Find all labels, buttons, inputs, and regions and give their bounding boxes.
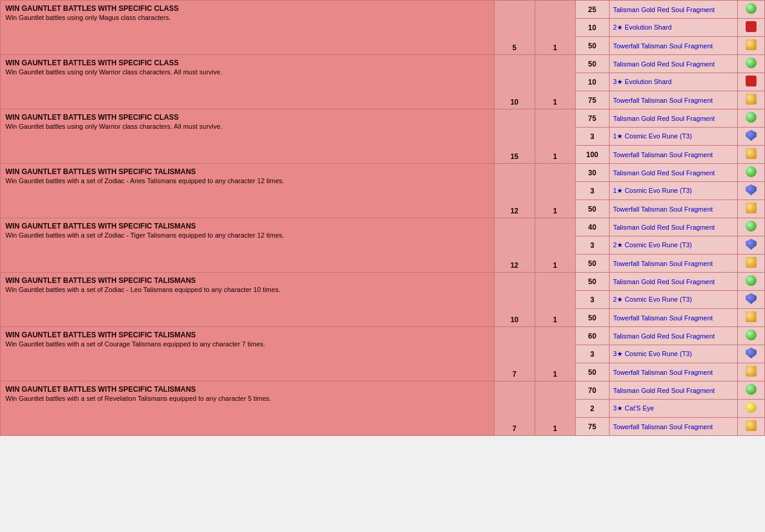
reward-icon <box>738 255 765 273</box>
table-row: WIN GAUNTLET BATTLES WITH SPECIFIC TALIS… <box>1 273 765 291</box>
reward-name: Talisman Gold Red Soul Fragment <box>609 1 738 19</box>
reward-qty: 50 <box>575 200 609 218</box>
reward-name: 3★ Evolution Shard <box>609 73 738 91</box>
table-row: WIN GAUNTLET BATTLES WITH SPECIFIC TALIS… <box>1 164 765 182</box>
reward-name: Towerfall Talisman Soul Fragment <box>609 200 738 218</box>
quest-cell: WIN GAUNTLET BATTLES WITH SPECIFIC TALIS… <box>1 164 495 218</box>
reward-name: Towerfall Talisman Soul Fragment <box>609 309 738 327</box>
quest-title: WIN GAUNTLET BATTLES WITH SPECIFIC TALIS… <box>5 222 489 230</box>
reward-icon <box>738 273 765 291</box>
green-gem-icon <box>746 166 757 177</box>
reward-name: Towerfall Talisman Soul Fragment <box>609 255 738 273</box>
reward-icon <box>738 400 765 418</box>
table-row: WIN GAUNTLET BATTLES WITH SPECIFIC TALIS… <box>1 218 765 236</box>
reward-qty: 50 <box>575 309 609 327</box>
battles-cell: 7 <box>494 327 535 381</box>
reward-name: Towerfall Talisman Soul Fragment <box>609 37 738 55</box>
blue-shield-icon <box>746 348 757 358</box>
reward-icon <box>738 91 765 109</box>
quest-title: WIN GAUNTLET BATTLES WITH SPECIFIC TALIS… <box>5 276 489 285</box>
battles-cell: 5 <box>494 1 535 55</box>
table-row: WIN GAUNTLET BATTLES WITH SPECIFIC CLASS… <box>1 55 765 73</box>
quest-title: WIN GAUNTLET BATTLES WITH SPECIFIC CLASS <box>5 59 489 67</box>
quests-table: WIN GAUNTLET BATTLES WITH SPECIFIC CLASS… <box>0 0 765 436</box>
green-gem-icon <box>746 384 757 395</box>
reward-qty: 60 <box>575 327 609 345</box>
blue-shield-icon <box>746 239 757 250</box>
gold-star-icon <box>746 366 757 377</box>
quest-desc: Win Gauntlet battles using only Warrior … <box>5 123 489 130</box>
quest-cell: WIN GAUNTLET BATTLES WITH SPECIFIC CLASS… <box>1 109 495 164</box>
reward-qty: 10 <box>575 73 609 91</box>
yellow-gem-icon <box>746 402 757 413</box>
reward-icon <box>738 363 765 381</box>
reward-qty: 3 <box>575 182 609 200</box>
reward-icon <box>738 327 765 345</box>
reward-name: 1★ Cosmic Evo Rune (T3) <box>609 182 738 200</box>
battles-cell: 10 <box>494 273 535 327</box>
quest-title: WIN GAUNTLET BATTLES WITH SPECIFIC CLASS <box>5 4 489 13</box>
reward-name: 3★ Cosmic Evo Rune (T3) <box>609 345 738 363</box>
green-gem-icon <box>746 57 757 68</box>
green-gem-icon <box>746 221 757 232</box>
quest-title: WIN GAUNTLET BATTLES WITH SPECIFIC TALIS… <box>5 331 489 339</box>
reward-qty: 70 <box>575 381 609 400</box>
quest-title: WIN GAUNTLET BATTLES WITH SPECIFIC TALIS… <box>5 167 489 176</box>
gold-star-icon <box>746 420 757 431</box>
reward-name: 2★ Cosmic Evo Rune (T3) <box>609 236 738 255</box>
green-gem-icon <box>746 3 757 14</box>
stars-cell: 1 <box>535 55 575 109</box>
green-gem-icon <box>746 112 757 123</box>
blue-shield-icon <box>746 184 757 195</box>
reward-icon <box>738 19 765 37</box>
reward-qty: 75 <box>575 109 609 128</box>
battles-cell: 12 <box>494 218 535 273</box>
quest-cell: WIN GAUNTLET BATTLES WITH SPECIFIC TALIS… <box>1 218 495 273</box>
reward-icon <box>738 345 765 363</box>
reward-qty: 40 <box>575 218 609 236</box>
quest-cell: WIN GAUNTLET BATTLES WITH SPECIFIC TALIS… <box>1 273 495 327</box>
reward-name: Towerfall Talisman Soul Fragment <box>609 418 738 436</box>
reward-qty: 3 <box>575 345 609 363</box>
reward-name: Talisman Gold Red Soul Fragment <box>609 381 738 400</box>
reward-qty: 10 <box>575 19 609 37</box>
table-row: WIN GAUNTLET BATTLES WITH SPECIFIC CLASS… <box>1 1 765 19</box>
stars-cell: 1 <box>535 164 575 218</box>
stars-cell: 1 <box>535 327 575 381</box>
reward-icon <box>738 109 765 128</box>
reward-icon <box>738 164 765 182</box>
reward-icon <box>738 309 765 327</box>
reward-name: Talisman Gold Red Soul Fragment <box>609 327 738 345</box>
reward-icon <box>738 236 765 255</box>
gold-star-icon <box>746 39 757 50</box>
blue-shield-icon <box>746 130 757 141</box>
quest-desc: Win Gauntlet battles with a set of Zodia… <box>5 232 489 239</box>
reward-name: Towerfall Talisman Soul Fragment <box>609 91 738 109</box>
reward-icon <box>738 128 765 146</box>
quest-desc: Win Gauntlet battles with a set of Zodia… <box>5 286 489 293</box>
gold-star-icon <box>746 257 757 268</box>
green-gem-icon <box>746 275 757 286</box>
quest-cell: WIN GAUNTLET BATTLES WITH SPECIFIC TALIS… <box>1 381 495 436</box>
stars-cell: 1 <box>535 381 575 436</box>
quest-desc: Win Gauntlet battles with a set of Coura… <box>5 340 489 348</box>
stars-cell: 1 <box>535 1 575 55</box>
reward-name: Towerfall Talisman Soul Fragment <box>609 363 738 381</box>
reward-name: Talisman Gold Red Soul Fragment <box>609 55 738 73</box>
reward-qty: 3 <box>575 291 609 309</box>
reward-icon <box>738 182 765 200</box>
reward-icon <box>738 291 765 309</box>
reward-name: Talisman Gold Red Soul Fragment <box>609 218 738 236</box>
reward-qty: 50 <box>575 37 609 55</box>
battles-cell: 15 <box>494 109 535 164</box>
reward-icon <box>738 73 765 91</box>
quest-desc: Win Gauntlet battles using only Warrior … <box>5 68 489 76</box>
reward-icon <box>738 418 765 436</box>
reward-name: 1★ Cosmic Evo Rune (T3) <box>609 128 738 146</box>
battles-cell: 7 <box>494 381 535 436</box>
red-letter-icon <box>746 76 757 86</box>
stars-cell: 1 <box>535 218 575 273</box>
table-row: WIN GAUNTLET BATTLES WITH SPECIFIC TALIS… <box>1 381 765 400</box>
reward-qty: 30 <box>575 164 609 182</box>
gold-star-icon <box>746 203 757 213</box>
